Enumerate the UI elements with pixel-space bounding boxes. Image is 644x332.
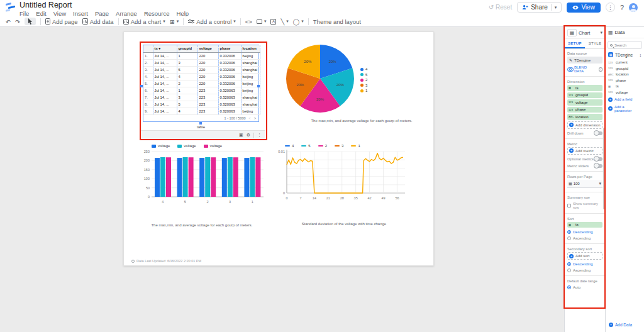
table-widget[interactable]: ts ▾groupidvoltagephaselocation1.Jul 14,…: [143, 45, 259, 122]
help-button[interactable]: ?: [620, 4, 624, 11]
text-button[interactable]: A: [270, 19, 276, 25]
share-dropdown-icon[interactable]: ▾: [555, 5, 557, 10]
radio-ascending[interactable]: [567, 268, 571, 272]
data-field-phase[interactable]: 123phase: [608, 79, 641, 82]
selection-handle[interactable]: [199, 122, 202, 124]
pie-legend-item[interactable]: 5: [360, 73, 367, 77]
undo-button[interactable]: ↶: [6, 18, 11, 25]
table-cell: shanghai: [241, 101, 260, 108]
line-chart-widget[interactable]: 45231 07142128354249560.010 Standard dev…: [277, 144, 411, 241]
add-data-bottom-button[interactable]: + Add Data: [609, 323, 632, 327]
metric-sliders-toggle[interactable]: [594, 164, 602, 168]
more-options-button[interactable]: ⋮: [606, 3, 615, 12]
bar-chart[interactable]: 05010015020025045231: [138, 148, 266, 208]
embed-button[interactable]: <>: [245, 18, 252, 25]
optional-metrics-toggle[interactable]: [594, 157, 602, 161]
blend-data-link[interactable]: BLEND DATA i: [567, 65, 602, 73]
add-chart-button[interactable]: Add a chart ▾: [123, 18, 165, 25]
gear-icon[interactable]: ⚙: [247, 133, 250, 138]
legend-label: 3: [365, 84, 367, 87]
sliders-icon: [188, 19, 194, 24]
add-dimension-button[interactable]: + Add dimension: [567, 121, 602, 129]
theme-layout-button[interactable]: Theme and layout: [313, 18, 361, 25]
search-input[interactable]: Search: [608, 41, 642, 49]
field-chip-groupid[interactable]: 123groupid: [567, 92, 602, 99]
datastudio-logo-icon[interactable]: [5, 3, 15, 12]
select-tool-button[interactable]: [25, 18, 36, 25]
pie-legend-item[interactable]: 4: [360, 67, 367, 71]
legend-label: 1: [365, 89, 367, 92]
selection-handle[interactable]: [140, 85, 143, 87]
chart-panel-header: ▦ Chart ▾: [565, 27, 605, 39]
col-header-phase[interactable]: phase: [218, 45, 241, 52]
plus-icon: +: [569, 254, 574, 258]
pie-chart[interactable]: 20%20%20%20%20%: [285, 43, 355, 114]
share-button[interactable]: Share ▾: [517, 2, 562, 13]
table-row: 8.Jul 14, ...52230.320063shanghai: [143, 101, 260, 108]
page-next-icon[interactable]: >: [254, 116, 256, 120]
pencil-icon[interactable]: ✎: [569, 58, 572, 62]
bar-chart-widget[interactable]: voltagevoltagevoltage 050100150200250452…: [138, 144, 266, 235]
table-caption: table: [143, 125, 259, 129]
radio-ascending[interactable]: [567, 236, 571, 240]
legend-line-swatch: [351, 145, 356, 147]
data-field-ts[interactable]: ▦ts: [608, 84, 641, 88]
line-chart[interactable]: 07142128354249560.010: [277, 148, 411, 208]
add-sort-button[interactable]: + Add sort: [567, 252, 602, 260]
community-viz-button[interactable]: ⊞ ▾: [170, 18, 179, 25]
report-canvas[interactable]: ts ▾groupidvoltagephaselocation1.Jul 14,…: [123, 31, 434, 266]
add-page-button[interactable]: Add page: [45, 18, 78, 25]
view-button[interactable]: View: [567, 3, 601, 13]
tab-style[interactable]: STYLE: [585, 39, 605, 48]
add-parameter-link[interactable]: + Add a parameter: [608, 105, 641, 113]
widget-kebab-icon[interactable]: ⋮: [257, 133, 262, 138]
chevron-down-icon[interactable]: ▾: [600, 30, 602, 35]
col-header-voltage[interactable]: voltage: [197, 45, 218, 52]
field-chip-phase[interactable]: 123phase: [567, 107, 602, 113]
bar-caption: The max,min, and average voltage for eac…: [138, 223, 266, 227]
reset-button[interactable]: ↺ Reset: [489, 4, 513, 11]
radio-auto[interactable]: [567, 285, 571, 289]
pie-legend-item[interactable]: 2: [360, 78, 367, 82]
rows-per-page-select[interactable]: ▦ 100 ▾: [567, 180, 602, 188]
radio-descending[interactable]: [567, 262, 571, 266]
add-control-button[interactable]: Add a control ▾: [188, 18, 236, 25]
data-field-location[interactable]: ABClocation: [608, 72, 641, 76]
field-chip-voltage[interactable]: 123voltage: [567, 99, 602, 106]
drill-down-toggle[interactable]: [594, 131, 602, 135]
report-title[interactable]: Untitled Report: [19, 1, 189, 9]
selection-handle[interactable]: [257, 85, 260, 87]
field-chip-location[interactable]: ABClocation: [567, 114, 602, 120]
pie-legend-item[interactable]: 3: [360, 84, 367, 87]
line-button[interactable]: ╲▾: [280, 18, 288, 25]
y-tick-label: 0: [283, 191, 285, 195]
add-metric-button[interactable]: + Add metric: [567, 147, 602, 155]
avatar[interactable]: [629, 3, 638, 12]
data-source-row[interactable]: ▦ TDengine ↕: [608, 52, 642, 58]
redo-button[interactable]: ↷: [15, 18, 20, 25]
col-header-groupid[interactable]: groupid: [177, 45, 197, 52]
radio-descending[interactable]: [567, 230, 571, 234]
shape-button[interactable]: ◯▾: [293, 18, 304, 25]
field-chip-ts[interactable]: ▦ts: [567, 85, 602, 91]
collapse-fields-icon[interactable]: ↕: [640, 53, 641, 57]
data-table[interactable]: ts ▾groupidvoltagephaselocation1.Jul 14,…: [143, 45, 260, 115]
data-field-current[interactable]: 123current: [608, 60, 641, 64]
data-field-voltage[interactable]: 123voltage: [608, 91, 641, 94]
chart-swap-icon[interactable]: ▣: [239, 133, 243, 138]
tab-setup[interactable]: SETUP: [565, 39, 585, 48]
col-header-ts[interactable]: ts ▾: [153, 45, 177, 52]
page-prev-icon[interactable]: <: [249, 116, 251, 120]
add-data-button[interactable]: Add data: [82, 18, 114, 25]
summary-checkbox[interactable]: [567, 204, 571, 208]
legend-label: 4: [365, 67, 367, 71]
add-field-link[interactable]: + Add a field: [608, 97, 641, 102]
field-chip-ts[interactable]: ▦ts: [567, 222, 602, 228]
table-cell: 1: [177, 87, 197, 94]
col-header-location[interactable]: location: [241, 45, 260, 52]
x-tick-label: 0: [286, 196, 287, 200]
image-button[interactable]: ▾: [257, 19, 267, 24]
data-field-groupid[interactable]: 123groupid: [608, 67, 641, 70]
data-source-chip[interactable]: ✎ TDengine: [567, 57, 602, 64]
pie-legend-item[interactable]: 1: [360, 89, 367, 92]
